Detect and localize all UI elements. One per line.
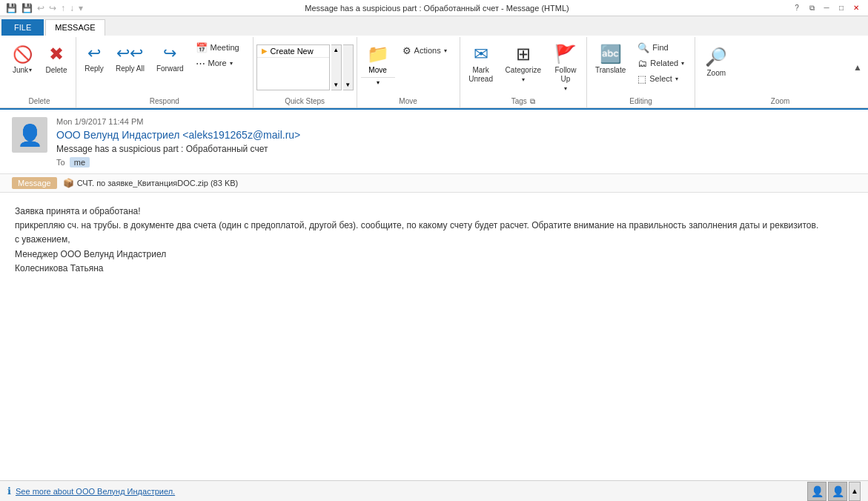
reply-button[interactable]: ↩ Reply (79, 40, 109, 89)
move-top: 📁 Move (361, 41, 395, 77)
email-to: To me (56, 157, 856, 167)
move-button[interactable]: 📁 Move ▾ (360, 40, 396, 89)
info-icon: ℹ (7, 485, 11, 497)
related-icon: 🗂 (637, 58, 647, 69)
quick-steps-expand[interactable]: ▼ (343, 44, 354, 90)
delete-button[interactable]: ✖ Delete (40, 40, 73, 89)
email-content-window: 👤 Mon 1/9/2017 11:44 PM ООО Велунд Индас… (0, 108, 868, 480)
move-label: Move (368, 66, 386, 74)
quick-step-create-new[interactable]: ▶ Create New (257, 45, 329, 58)
follow-up-button[interactable]: 🚩 FollowUp ▾ (548, 40, 583, 89)
more-respond-button[interactable]: ⋯ More ▾ (191, 56, 250, 70)
email-header: 👤 Mon 1/9/2017 11:44 PM ООО Велунд Индас… (0, 110, 868, 174)
status-scroll-button[interactable]: ▲ (849, 482, 861, 501)
delete-icon: ✖ (49, 44, 64, 64)
delete-group-label: Delete (6, 96, 73, 107)
maximize-button[interactable]: □ (835, 2, 847, 14)
actions-icon: ⚙ (402, 45, 411, 56)
respond-col: 📅 Meeting ⋯ More ▾ (191, 40, 250, 70)
translate-icon: 🔤 (600, 44, 622, 64)
respond-group-label: Respond (79, 96, 250, 107)
minimize-button[interactable]: ─ (821, 2, 832, 14)
status-text: See more about ООО Велунд Индастриел. (16, 487, 175, 496)
restore-button[interactable]: ⧉ (806, 2, 818, 14)
follow-up-label: FollowUp (555, 66, 577, 84)
editing-group-label: Editing (590, 96, 692, 107)
ribbon: 🚫 Junk▾ ✖ Delete Delete ↩ Reply (0, 36, 868, 108)
tab-file[interactable]: FILE (1, 19, 44, 36)
related-label: Related (650, 59, 678, 67)
related-dropdown-icon: ▾ (681, 60, 684, 67)
ribbon-tab-bar: FILE MESSAGE (0, 16, 868, 36)
close-button[interactable]: ✕ (850, 2, 862, 14)
forward-button[interactable]: ↪ Forward (151, 40, 189, 89)
select-dropdown-icon: ▾ (675, 76, 678, 82)
window-title: Message has a suspicious part : Обработа… (83, 4, 791, 13)
reply-all-icon: ↩↩ (116, 44, 143, 63)
scroll-up-icon[interactable]: ▲ (333, 47, 339, 53)
forward-icon: ↪ (163, 44, 176, 63)
mark-unread-button[interactable]: ✉ MarkUnread (463, 40, 499, 89)
ribbon-collapse-button[interactable]: ▲ (853, 62, 862, 73)
meeting-button[interactable]: 📅 Meeting (191, 40, 250, 55)
tags-expand-icon[interactable]: ⧉ (530, 97, 535, 106)
title-bar: 💾 💾 ↩ ↪ ↑ ↓ ▾ Message has a suspicious p… (0, 0, 868, 16)
categorize-label: Categorize (506, 66, 541, 75)
find-icon: 🔍 (637, 42, 649, 53)
related-button[interactable]: 🗂 Related ▾ (632, 56, 692, 70)
zoom-group-label: Zoom (698, 96, 862, 107)
meeting-icon: 📅 (196, 42, 208, 53)
reply-label: Reply (85, 64, 104, 73)
tab-message[interactable]: MESSAGE (45, 19, 105, 36)
quick-steps-group-label: Quick Steps (256, 96, 354, 107)
select-icon: ⬚ (637, 73, 646, 84)
email-date: Mon 1/9/2017 11:44 PM (56, 117, 856, 126)
actions-button[interactable]: ⚙ Actions ▾ (397, 43, 457, 58)
ribbon-group-tags-content: ✉ MarkUnread ⊞ Categorize ▾ 🚩 FollowUp ▾ (463, 39, 583, 96)
ribbon-group-move-content: 📁 Move ▾ ⚙ Actions ▾ (360, 39, 457, 96)
email-subject: Message has a suspicious part : Обработа… (56, 144, 856, 154)
attachments-bar: Message 📦 СЧТ. по заявке_КвитанцияDOC.zi… (0, 174, 868, 193)
expand-icon: ▼ (345, 82, 351, 88)
avatar-icon: 👤 (17, 123, 43, 147)
reply-all-label: Reply All (116, 64, 145, 73)
email-meta: Mon 1/9/2017 11:44 PM ООО Велунд Индастр… (56, 117, 856, 167)
outlook-window: 💾 💾 ↩ ↪ ↑ ↓ ▾ Message has a suspicious p… (0, 0, 868, 501)
find-button[interactable]: 🔍 Find (632, 40, 692, 55)
status-bar: ℹ See more about ООО Велунд Индастриел. … (0, 480, 868, 501)
follow-up-icon: 🚩 (554, 44, 577, 64)
attachment-filename: СЧТ. по заявке_КвитанцияDOC.zip (83 KB) (77, 179, 239, 188)
more-dropdown-icon: ▾ (230, 60, 233, 67)
move-group-label: Move (360, 96, 457, 107)
more-icon: ⋯ (196, 58, 205, 69)
attachment-file[interactable]: 📦 СЧТ. по заявке_КвитанцияDOC.zip (83 KB… (63, 178, 239, 188)
message-tab-badge[interactable]: Message (12, 177, 57, 189)
editing-col: 🔍 Find 🗂 Related ▾ ⬚ Select ▾ (632, 40, 692, 86)
mark-unread-icon: ✉ (474, 44, 488, 64)
move-dropdown[interactable]: ▾ (361, 77, 395, 88)
move-icon: 📁 (367, 44, 389, 64)
ribbon-group-quick-steps-content: ▶ Create New ▲ ▼ ▼ (256, 39, 354, 96)
actions-label: Actions (414, 46, 441, 55)
ribbon-group-delete: 🚫 Junk▾ ✖ Delete Delete (3, 37, 76, 107)
help-button[interactable]: ? (791, 2, 803, 14)
categorize-dropdown-icon: ▾ (522, 76, 525, 83)
delete-label: Delete (46, 66, 67, 75)
zoom-label: Zoom (707, 69, 726, 78)
translate-label: Translate (595, 66, 626, 75)
ribbon-group-respond-content: ↩ Reply ↩↩ Reply All ↪ Forward 📅 (79, 39, 250, 96)
junk-button[interactable]: 🚫 Junk▾ (6, 40, 39, 89)
junk-label: Junk▾ (13, 66, 32, 74)
translate-button[interactable]: 🔤 Translate (590, 40, 631, 89)
email-body: Заявка принята и обработана! прикрепляю … (0, 193, 868, 480)
reply-all-button[interactable]: ↩↩ Reply All (110, 40, 150, 89)
body-line-3: прикрепляю сч. на трубы. в документе два… (15, 219, 853, 233)
forward-label: Forward (156, 64, 184, 73)
scroll-down-icon[interactable]: ▼ (333, 82, 339, 88)
ribbon-group-move: 📁 Move ▾ ⚙ Actions ▾ Move (357, 37, 460, 107)
categorize-button[interactable]: ⊞ Categorize ▾ (500, 40, 546, 89)
select-button[interactable]: ⬚ Select ▾ (632, 71, 692, 86)
zoom-button[interactable]: 🔎 Zoom (698, 43, 734, 92)
move-dropdown-arrow: ▾ (377, 79, 380, 86)
quick-steps-scrollbar: ▲ ▼ (331, 44, 342, 90)
